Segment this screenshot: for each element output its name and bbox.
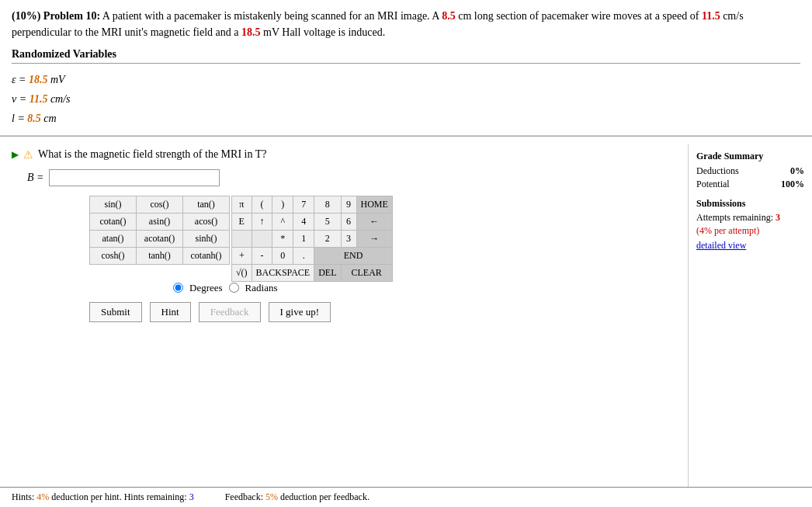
sqrt-btn[interactable]: √() xyxy=(232,264,252,281)
val3: 18.5 xyxy=(241,26,261,38)
var-l-label: l = xyxy=(12,113,27,124)
var-l: l = 8.5 cm xyxy=(12,109,800,128)
empty1 xyxy=(232,230,252,247)
acotan-btn[interactable]: acotan() xyxy=(137,230,183,247)
hint-count: 3 xyxy=(189,491,194,502)
right-arrow-btn[interactable]: → xyxy=(356,230,392,247)
dot-btn[interactable]: . xyxy=(293,247,314,264)
var-l-unit: cm xyxy=(41,113,57,124)
home-btn[interactable]: HOME xyxy=(356,196,392,213)
left-panel: ▶ ⚠ What is the magnetic field strength … xyxy=(0,144,688,487)
cosh-btn[interactable]: cosh() xyxy=(90,247,137,264)
answer-input[interactable] xyxy=(49,169,220,186)
num6-btn[interactable]: 6 xyxy=(341,213,356,230)
cotan-btn[interactable]: cotan() xyxy=(90,213,137,230)
num5-btn[interactable]: 5 xyxy=(314,213,341,230)
plus-btn[interactable]: + xyxy=(232,247,252,264)
detailed-view-row[interactable]: detailed view xyxy=(696,240,804,252)
feedback-button[interactable]: Feedback xyxy=(199,302,261,322)
deductions-row: Deductions 0% xyxy=(696,165,804,177)
num2-btn[interactable]: 2 xyxy=(314,230,341,247)
tan-btn[interactable]: tan() xyxy=(183,196,230,213)
clear-btn[interactable]: CLEAR xyxy=(341,264,392,281)
empty2 xyxy=(252,230,272,247)
degrees-radians: Degrees Radians xyxy=(89,282,676,294)
action-buttons: Submit Hint Feedback I give up! xyxy=(89,302,676,322)
numpad-table: π ( ) 7 8 9 HOME E ↑ ^ 4 5 6 xyxy=(231,196,393,282)
deductions-value: 0% xyxy=(790,165,804,177)
sinh-btn[interactable]: sinh() xyxy=(183,230,230,247)
calculator-area: sin() cos() tan() cotan() asin() acos() … xyxy=(89,196,676,282)
deductions-label: Deductions xyxy=(696,165,739,177)
num1-btn[interactable]: 1 xyxy=(293,230,314,247)
atan-btn[interactable]: atan() xyxy=(90,230,137,247)
val1: 8.5 xyxy=(442,10,456,22)
var-v-unit: cm/s xyxy=(47,93,70,105)
var-v-val: 11.5 xyxy=(29,93,48,105)
cos-btn[interactable]: cos() xyxy=(137,196,183,213)
give-up-button[interactable]: I give up! xyxy=(269,302,331,322)
attempts-text: Attempts remaining: xyxy=(696,212,776,223)
num8-btn[interactable]: 8 xyxy=(314,196,341,213)
problem-header: (10%) Problem 10: xyxy=(12,10,100,22)
num0-btn[interactable]: 0 xyxy=(272,247,293,264)
attempts-value: 3 xyxy=(776,212,780,223)
potential-label: Potential xyxy=(696,179,730,190)
num9-btn[interactable]: 9 xyxy=(341,196,356,213)
main-container: (10%) Problem 10: A patient with a pacem… xyxy=(0,0,812,507)
answer-row: B = xyxy=(27,169,676,186)
backspace-btn[interactable]: BACKSPACE xyxy=(252,264,314,281)
degrees-label[interactable]: Degrees xyxy=(189,282,223,294)
num3-btn[interactable]: 3 xyxy=(341,230,356,247)
radians-radio[interactable] xyxy=(229,283,239,293)
sin-btn[interactable]: sin() xyxy=(90,196,137,213)
asin-btn[interactable]: asin() xyxy=(137,213,183,230)
del-btn[interactable]: DEL xyxy=(314,264,341,281)
triangle-icon: ▶ xyxy=(12,149,19,161)
end-btn[interactable]: END xyxy=(314,247,393,264)
power-btn[interactable]: ^ xyxy=(272,213,293,230)
hint-button[interactable]: Hint xyxy=(150,302,191,322)
question-row: ▶ ⚠ What is the magnetic field strength … xyxy=(12,148,676,161)
var-epsilon-unit: mV xyxy=(47,74,64,85)
detailed-link[interactable]: detailed view xyxy=(696,240,746,251)
problem-text-before: A patient with a pacemaker is mistakenly… xyxy=(102,10,442,22)
submissions-title: Submissions xyxy=(696,198,804,210)
num7-btn[interactable]: 7 xyxy=(293,196,314,213)
minus-btn[interactable]: - xyxy=(252,247,272,264)
cotanh-btn[interactable]: cotanh() xyxy=(183,247,230,264)
feedback-text: Feedback: xyxy=(225,491,265,502)
acos-btn[interactable]: acos() xyxy=(183,213,230,230)
hints-section: Hints: 4% deduction per hint. Hints rema… xyxy=(12,491,194,503)
problem-section: (10%) Problem 10: A patient with a pacem… xyxy=(0,0,812,136)
per-attempt-row: (4% per attempt) xyxy=(696,225,804,237)
answer-label: B = xyxy=(27,172,44,184)
trig-table: sin() cos() tan() cotan() asin() acos() … xyxy=(89,196,230,265)
hints-bar: Hints: 4% deduction per hint. Hints rema… xyxy=(0,487,812,507)
per-attempt-text: (4% per attempt) xyxy=(696,225,759,236)
val2: 11.5 xyxy=(702,10,720,22)
hint-text: Hints: xyxy=(12,491,36,502)
potential-value: 100% xyxy=(781,179,804,190)
var-v-label: v = xyxy=(12,93,29,105)
rparen-btn[interactable]: ) xyxy=(272,196,293,213)
up-btn[interactable]: ↑ xyxy=(252,213,272,230)
var-v: v = 11.5 cm/s xyxy=(12,89,800,109)
hint-remaining: deduction per hint. Hints remaining: xyxy=(49,491,189,502)
radians-label[interactable]: Radians xyxy=(245,282,278,294)
multiply-btn[interactable]: * xyxy=(272,230,293,247)
tanh-btn[interactable]: tanh() xyxy=(137,247,183,264)
degrees-radio[interactable] xyxy=(173,283,183,293)
left-arrow-btn[interactable]: ← xyxy=(356,213,392,230)
grade-summary-title: Grade Summary xyxy=(696,151,804,162)
problem-text-mid3: mV Hall voltage is induced. xyxy=(261,26,386,38)
exp-btn[interactable]: E xyxy=(232,213,252,230)
warning-icon: ⚠ xyxy=(23,148,33,161)
pi-btn[interactable]: π xyxy=(232,196,252,213)
lparen-btn[interactable]: ( xyxy=(252,196,272,213)
potential-row: Potential 100% xyxy=(696,179,804,190)
var-l-val: 8.5 xyxy=(27,113,41,124)
question-answer-section: ▶ ⚠ What is the magnetic field strength … xyxy=(0,136,812,487)
num4-btn[interactable]: 4 xyxy=(293,213,314,230)
submit-button[interactable]: Submit xyxy=(89,302,142,322)
